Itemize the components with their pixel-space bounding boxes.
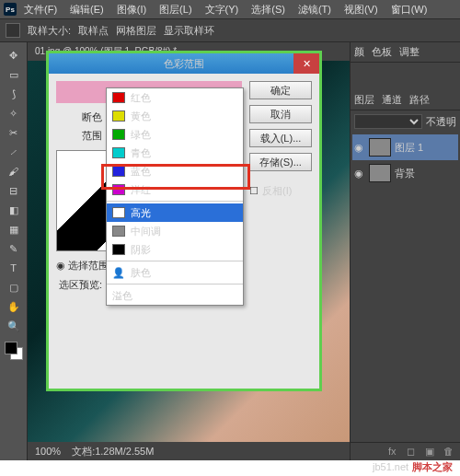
dropdown-item-yellow[interactable]: 黄色	[107, 107, 243, 125]
layer-thumbnail	[369, 164, 391, 182]
visibility-icon[interactable]: ◉	[354, 168, 365, 179]
tools-panel: ✥ ▭ ⟆ ✧ ✂ ⟋ 🖌 ⊟ ◧ ▦ ✎ T ▢ ✋ 🔍	[0, 42, 28, 460]
dropdown-item-shadows[interactable]: 阴影	[107, 240, 243, 259]
dropdown-item-cyan[interactable]: 青色	[107, 144, 243, 162]
brush-tool-icon[interactable]: 🖌	[4, 162, 24, 180]
status-bar: 100% 文档:1.28M/2.55M	[28, 442, 350, 460]
fuzziness-label: 范围	[56, 129, 102, 143]
ok-button[interactable]: 确定	[249, 81, 312, 99]
hand-tool-icon[interactable]: ✋	[4, 297, 24, 316]
move-tool-icon[interactable]: ✥	[4, 46, 24, 64]
layer-kind-select[interactable]	[354, 114, 422, 129]
dialog-titlebar[interactable]: 色彩范围 ✕	[49, 53, 319, 74]
layer-row-1[interactable]: ◉ 图层 1	[352, 134, 458, 160]
new-layer-icon[interactable]: ▣	[425, 446, 438, 459]
select-label: 断色	[56, 110, 102, 124]
cancel-button[interactable]: 取消	[249, 105, 312, 123]
sample-point-value[interactable]: 取样点	[78, 24, 109, 38]
watermark: jb51.net 脚本之家	[373, 459, 453, 474]
menu-image[interactable]: 图像(I)	[111, 1, 152, 18]
zoom-level[interactable]: 100%	[35, 446, 61, 457]
menu-filter[interactable]: 滤镜(T)	[293, 1, 337, 18]
tab-adjust[interactable]: 调整	[399, 45, 420, 59]
tab-channels[interactable]: 通道	[382, 93, 402, 107]
menu-view[interactable]: 视图(V)	[339, 1, 384, 18]
dropdown-item-outofgamut[interactable]: 溢色	[107, 286, 243, 305]
shape-tool-icon[interactable]: ▢	[4, 278, 24, 296]
lasso-tool-icon[interactable]: ⟆	[4, 85, 24, 103]
wand-tool-icon[interactable]: ✧	[4, 104, 24, 122]
gradient-tool-icon[interactable]: ▦	[4, 220, 24, 238]
visibility-icon[interactable]: ◉	[354, 142, 365, 153]
layer-thumbnail	[369, 138, 391, 157]
mask-icon[interactable]: ◻	[407, 446, 420, 459]
save-button[interactable]: 存储(S)...	[249, 153, 312, 171]
menu-file[interactable]: 文件(F)	[18, 1, 63, 18]
stamp-tool-icon[interactable]: ⊟	[4, 181, 24, 200]
ps-logo-icon: Ps	[4, 3, 17, 16]
sample-size-label: 取样大小:	[28, 24, 71, 38]
menu-type[interactable]: 文字(Y)	[200, 1, 245, 18]
right-panels: 颜 色板 调整 图层 通道 路径 不透明 ◉ 图层 1	[350, 42, 460, 460]
show-ring-checkbox[interactable]: 显示取样环	[164, 24, 214, 38]
menu-edit[interactable]: 编辑(E)	[64, 1, 109, 18]
dropdown-item-magenta[interactable]: 洋红	[107, 180, 243, 199]
preview-label: 选区预览:	[56, 278, 102, 292]
load-button[interactable]: 载入(L)...	[249, 129, 312, 147]
main-menu-bar: Ps 文件(F) 编辑(E) 图像(I) 图层(L) 文字(Y) 选择(S) 滤…	[0, 0, 460, 18]
dropdown-item-highlights[interactable]: 高光	[107, 203, 243, 222]
layer-row-bg[interactable]: ◉ 背景	[352, 160, 458, 186]
layer-name[interactable]: 图层 1	[395, 141, 423, 155]
layer-name[interactable]: 背景	[395, 167, 415, 180]
trash-icon[interactable]: 🗑	[443, 446, 456, 459]
menu-layer[interactable]: 图层(L)	[154, 1, 197, 18]
select-dropdown-list: 红色 黄色 绿色 青色 蓝色 洋红 高光 中间调 阴影 👤肤色 溢色	[106, 87, 244, 306]
eyedropper-tool-icon[interactable]	[6, 23, 20, 38]
eyedropper-icon[interactable]: ⟋	[4, 143, 24, 161]
color-swatches[interactable]	[5, 342, 23, 360]
dialog-title: 色彩范围	[164, 57, 204, 71]
crop-tool-icon[interactable]: ✂	[4, 123, 24, 142]
eraser-tool-icon[interactable]: ◧	[4, 201, 24, 219]
dropdown-item-blue[interactable]: 蓝色	[107, 162, 243, 180]
dropdown-item-red[interactable]: 红色	[107, 88, 243, 107]
doc-size: 文档:1.28M/2.55M	[72, 445, 154, 459]
marquee-tool-icon[interactable]: ▭	[4, 65, 24, 84]
menu-select[interactable]: 选择(S)	[246, 1, 291, 18]
dropdown-item-skin[interactable]: 👤肤色	[107, 263, 243, 282]
tab-color[interactable]: 颜	[354, 45, 364, 59]
fx-icon[interactable]: fx	[388, 446, 401, 459]
type-tool-icon[interactable]: T	[4, 259, 24, 277]
options-bar: 取样大小: 取样点 网格图层 显示取样环	[0, 18, 460, 42]
tab-paths[interactable]: 路径	[409, 93, 430, 107]
dropdown-item-midtones[interactable]: 中间调	[107, 222, 243, 240]
tab-swatch[interactable]: 色板	[372, 45, 392, 59]
opacity-label: 不透明	[426, 115, 456, 129]
zoom-tool-icon[interactable]: 🔍	[4, 317, 24, 335]
pen-tool-icon[interactable]: ✎	[4, 239, 24, 258]
menu-window[interactable]: 窗口(W)	[385, 1, 433, 18]
close-icon[interactable]: ✕	[293, 53, 319, 74]
sample-layers-label[interactable]: 网格图层	[116, 24, 156, 38]
dropdown-item-green[interactable]: 绿色	[107, 125, 243, 144]
invert-checkbox[interactable]: ☐ 反相(I)	[249, 184, 312, 198]
tab-layers[interactable]: 图层	[354, 93, 374, 107]
